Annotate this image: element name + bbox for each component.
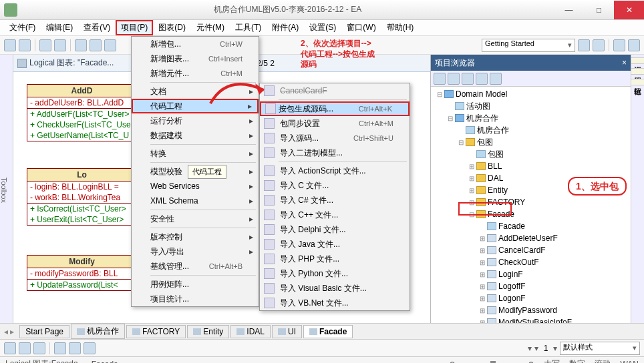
tb-copy-icon[interactable] [90,39,102,51]
menu-help[interactable]: 帮助(H) [381,20,420,35]
diagram-icon [17,59,27,68]
sm-import-vbnet[interactable]: 导入 VB.Net 文件... [260,296,410,310]
zoom-out-icon[interactable]: ⊖ [449,360,456,364]
app-icon [4,3,17,17]
sm-import-java[interactable]: 导入 Java 文件... [260,237,410,252]
pm-usecase-matrix[interactable]: 用例矩阵... [132,277,259,292]
pm-security[interactable]: 安全性▸ [132,212,259,226]
tb-open-icon[interactable] [19,39,31,51]
btab-ui[interactable]: UI [272,325,302,338]
tb-misc3-icon[interactable] [613,39,625,51]
menubar: 文件(F) 编辑(E) 查看(V) 项目(P) 图表(D) 元件(M) 工具(T… [0,20,644,36]
titlebar: 机房合作UML图v5.0-李爽-2016-2-12 - EA — □ ✕ [0,0,644,20]
browser-close-icon[interactable]: × [622,58,627,67]
pm-project-stats[interactable]: 项目统计... [132,292,259,306]
pm-run-analysis[interactable]: 运行分析▸ [132,113,259,128]
ft-1-icon[interactable] [4,342,16,354]
bt-home-icon[interactable] [476,73,488,85]
close-button[interactable]: ✕ [614,1,644,19]
status-bar: Logical 图表:Facade Facade ⊖ ⊕ 大写 数字 滚动 WA… [0,356,644,363]
tb-misc1-icon[interactable] [578,39,590,51]
minimize-button[interactable]: — [554,1,584,19]
pm-new-element[interactable]: 新增元件...Ctrl+M [132,66,259,81]
menu-file[interactable]: 文件(F) [4,20,41,35]
uml-class-2[interactable]: Lo - loginB: BLL.LoginBLL = - workB: BLL… [27,168,137,226]
bt-nav-back-icon[interactable] [434,73,446,85]
status-element: Facade [92,360,118,364]
menu-window[interactable]: 窗口(W) [341,20,381,35]
sm-import-source[interactable]: 导入源码...Ctrl+Shift+U [260,131,410,145]
ft-2-icon[interactable] [19,342,31,354]
sm-import-cpp[interactable]: 导入 C++ 文件... [260,208,410,222]
project-menu: 新增包...Ctrl+W 新增图表...Ctrl+Insert 新增元件...C… [131,36,259,307]
btab-entity[interactable]: Entity [187,325,229,338]
ft-4-icon[interactable] [54,342,66,354]
uml-class-3[interactable]: Modify - modifyPasswordB: BLL + UpdatePa… [27,255,137,291]
pm-version-control[interactable]: 版本控制▸ [132,230,259,244]
pm-code-engineering[interactable]: 代码工程▸ [132,99,259,113]
side-tab-3[interactable]: 标记值 [631,79,644,85]
tree-facade-folder[interactable]: Facade [488,210,514,219]
pm-docs[interactable]: 文档▸ [132,84,259,99]
tb-save-icon[interactable] [39,39,51,51]
ft-3-icon[interactable] [33,342,45,354]
style-combo[interactable]: 默认样式 [560,342,640,355]
bt-nav-fwd-icon[interactable] [448,73,460,85]
pm-web-services[interactable]: Web Services▸ [132,179,259,194]
sm-import-delphi[interactable]: 导入 Delphi 文件... [260,222,410,237]
zoom-in-icon[interactable]: ⊕ [528,360,534,364]
pm-xml-schema[interactable]: XML Schema▸ [132,194,259,208]
pm-import-export[interactable]: 导入/导出▸ [132,244,259,259]
bottom-tabs: ◂ ▸ Start Page 机房合作 FACTORY Entity IDAL … [0,323,644,339]
sm-import-csharp[interactable]: 导入 C# 文件... [260,193,410,208]
uml-class-1[interactable]: AddD - addDelUserB: BLL.AddD + AddUserF(… [27,84,137,141]
menu-project[interactable]: 项目(P) [116,20,153,35]
bt-up-icon[interactable] [462,73,474,85]
pm-data-modeling[interactable]: 数据建模▸ [132,128,259,143]
code-engineering-submenu: CancelCardF 按包生成源码...Ctrl+Alt+K 包同步设置Ctr… [259,83,410,311]
bt-new-icon[interactable] [490,73,502,85]
menu-settings[interactable]: 设置(S) [304,20,341,35]
right-sidebar: 资源 属性 标记值 [631,55,644,323]
sm-import-as[interactable]: 导入 ActionScript 文件... [260,163,410,178]
tb-print-icon[interactable] [54,39,66,51]
menu-view[interactable]: 查看(V) [78,20,116,35]
btab-facade[interactable]: Facade [303,325,353,338]
tb-cut-icon[interactable] [75,39,87,51]
menu-diagram[interactable]: 图表(D) [153,20,191,35]
sm-import-c[interactable]: 导入 C 文件... [260,178,410,193]
sm-sync-settings[interactable]: 包同步设置Ctrl+Alt+M [260,116,410,131]
project-tree[interactable]: ⊟Domain Model 活动图 ⊟机房合作 机房合作 ⊟包图 包图 ⊞BLL… [431,87,631,323]
btab-start[interactable]: Start Page [19,325,69,338]
menu-edit[interactable]: 编辑(E) [41,20,78,35]
annotation-2: 2、依次选择项目-->代码工程-->按包生成源码 [301,39,375,70]
pm-new-package[interactable]: 新增包...Ctrl+W [132,37,259,51]
menu-addins[interactable]: 附件(A) [267,20,304,35]
perspective-combo[interactable]: Getting Started [482,39,575,52]
btab-factory[interactable]: FACTORY [126,325,186,338]
tb-misc2-icon[interactable] [593,39,605,51]
sm-generate-by-package[interactable]: 按包生成源码...Ctrl+Alt+K [260,101,410,116]
btab-main[interactable]: 机房合作 [71,324,125,339]
menu-element[interactable]: 元件(M) [191,20,230,35]
side-tab-2[interactable]: 属性 [631,68,644,75]
tb-misc4-icon[interactable] [628,39,640,51]
btab-idal[interactable]: IDAL [230,325,271,338]
sm-import-python[interactable]: 导入 Python 文件... [260,266,410,281]
sm-cut-top: CancelCardF [260,83,410,98]
pm-new-diagram[interactable]: 新增图表...Ctrl+Insert [132,51,259,66]
pm-baseline[interactable]: 基线管理...Ctrl+Alt+B [132,259,259,274]
pm-transform[interactable]: 转换▸ [132,146,259,161]
tb-paste-icon[interactable] [104,39,116,51]
sm-import-php[interactable]: 导入 PHP 文件... [260,252,410,266]
ft-6-icon[interactable] [84,342,96,354]
side-tab-1[interactable]: 资源 [631,57,644,64]
menu-tools[interactable]: 工具(T) [230,20,267,35]
maximize-button[interactable]: □ [584,1,614,19]
toolbox-strip[interactable]: Toolbox [0,55,13,323]
ft-5-icon[interactable] [69,342,81,354]
sm-import-binary[interactable]: 导入二进制模型... [260,145,410,160]
sm-import-vb[interactable]: 导入 Visual Basic 文件... [260,281,410,296]
tb-new-icon[interactable] [4,39,16,51]
diagram-title: Logical 图表: "Facade... [29,57,114,69]
